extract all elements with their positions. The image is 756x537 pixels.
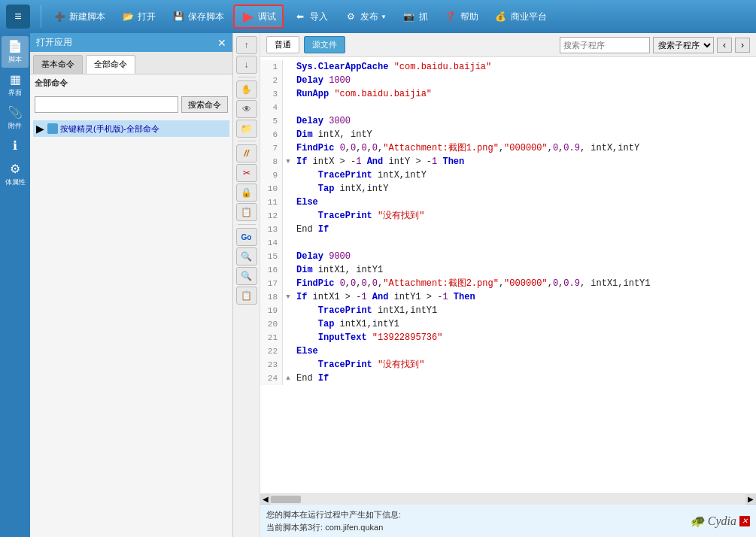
line-marker-21[interactable]	[283, 331, 293, 344]
tab-normal-button[interactable]: 普通	[266, 36, 299, 53]
main-toolbar: ≡ ➕ 新建脚本 📂 打开 💾 保存脚本 ▶ 调试 ⬅ 导入 ⚙ 发布 ▼ 📷 …	[0, 0, 756, 33]
scroll-left-btn[interactable]: ◀	[260, 494, 271, 505]
line-content-8: If intX > -1 And intY > -1 Then	[293, 155, 756, 168]
mid-btn-down[interactable]: ↓	[236, 56, 257, 74]
mid-btn-paste[interactable]: 📋	[236, 203, 257, 221]
line-marker-9[interactable]	[283, 168, 293, 182]
line-content-13: End If	[293, 223, 756, 236]
sidebar-item-properties[interactable]: ⚙ 体属性	[2, 159, 29, 190]
panel-close-button[interactable]: ✕	[217, 37, 226, 49]
sidebar-item-attachment[interactable]: 📎 附件	[2, 102, 29, 134]
line-marker-1[interactable]	[283, 60, 293, 74]
mid-btn-cut[interactable]: ✂	[236, 164, 257, 182]
line-content-6: Dim intX, intY	[293, 128, 756, 141]
sidebar-item-script[interactable]: 📄 脚本	[2, 36, 29, 68]
line-number-7: 7	[260, 141, 283, 155]
open-button[interactable]: 📂 打开	[114, 6, 162, 27]
mid-btn-eye[interactable]: 👁	[236, 100, 257, 118]
line-marker-14[interactable]	[283, 236, 293, 250]
publish-button[interactable]: ⚙ 发布 ▼	[337, 6, 393, 27]
open-icon: 📂	[120, 9, 135, 24]
code-line-10: 10 Tap intX,intY	[260, 182, 756, 196]
cydia-label: Cydia	[708, 514, 736, 528]
help-icon: ❓	[443, 9, 458, 24]
tree-item-main[interactable]: ▶ 按键精灵(手机版)-全部命令	[33, 120, 229, 137]
line-marker-11[interactable]	[283, 196, 293, 209]
help-button[interactable]: ❓ 帮助	[437, 6, 484, 27]
line-marker-6[interactable]	[283, 128, 293, 141]
line-marker-4[interactable]	[283, 101, 293, 114]
code-line-24: 24▲End If	[260, 372, 756, 385]
tab-all-command[interactable]: 全部命令	[86, 55, 135, 74]
mid-btn-search1[interactable]: 🔍	[236, 247, 257, 265]
line-content-5: Delay 3000	[293, 114, 756, 128]
line-marker-13[interactable]	[283, 223, 293, 236]
line-marker-19[interactable]	[283, 304, 293, 317]
code-editor[interactable]: 1Sys.ClearAppCache "com.baidu.baijia"2De…	[260, 57, 756, 493]
mid-btn-comment[interactable]: //	[236, 144, 257, 162]
scroll-thumb[interactable]	[271, 496, 301, 503]
subroutine-search-input[interactable]	[560, 37, 650, 53]
line-number-12: 12	[260, 209, 283, 223]
subroutine-select[interactable]: 搜索子程序	[653, 37, 714, 53]
line-content-10: Tap intX,intY	[293, 182, 756, 196]
h-scrollbar[interactable]: ◀ ▶	[260, 493, 756, 504]
line-content-4	[293, 101, 756, 114]
line-marker-23[interactable]	[283, 358, 293, 372]
sidebar-item-info[interactable]: ℹ	[2, 135, 29, 157]
line-number-5: 5	[260, 114, 283, 128]
search-input[interactable]	[35, 96, 178, 113]
new-icon: ➕	[52, 9, 67, 24]
nav-prev-button[interactable]: ‹	[717, 38, 732, 53]
tab-basic-command[interactable]: 基本命令	[33, 55, 83, 74]
tab-basic-label: 基本命令	[41, 59, 74, 68]
tab-source-button[interactable]: 源文件	[304, 36, 345, 53]
search-button[interactable]: 搜索命令	[181, 96, 228, 113]
mid-btn-copy[interactable]: 📋	[236, 287, 257, 305]
mid-btn-lock[interactable]: 🔒	[236, 184, 257, 202]
line-marker-17[interactable]	[283, 277, 293, 290]
line-number-19: 19	[260, 304, 283, 317]
code-line-2: 2Delay 1000	[260, 74, 756, 87]
line-marker-15[interactable]	[283, 250, 293, 263]
line-number-6: 6	[260, 128, 283, 141]
cydia-close-button[interactable]: ✕	[739, 516, 750, 526]
line-marker-8[interactable]: ▼	[283, 155, 293, 168]
new-label: 新建脚本	[69, 11, 105, 23]
line-number-22: 22	[260, 344, 283, 358]
line-content-7: FindPic 0,0,0,0,"Attachment:截图1.png","00…	[293, 141, 756, 155]
debug-button[interactable]: ▶ 调试	[233, 5, 284, 29]
new-script-button[interactable]: ➕ 新建脚本	[46, 6, 111, 27]
save-button[interactable]: 💾 保存脚本	[165, 6, 230, 27]
mid-btn-search2[interactable]: 🔍	[236, 267, 257, 285]
line-marker-18[interactable]: ▼	[283, 290, 293, 304]
line-marker-22[interactable]	[283, 344, 293, 358]
line-marker-24[interactable]: ▲	[283, 372, 293, 385]
line-marker-10[interactable]	[283, 182, 293, 196]
line-marker-7[interactable]	[283, 141, 293, 155]
mid-btn-hand[interactable]: ✋	[236, 80, 257, 99]
line-content-11: Else	[293, 196, 756, 209]
line-marker-2[interactable]	[283, 74, 293, 87]
platform-button[interactable]: 💰 商业平台	[487, 6, 553, 27]
sidebar-item-interface[interactable]: ▦ 界面	[2, 69, 29, 101]
line-marker-12[interactable]	[283, 209, 293, 223]
scroll-right-btn[interactable]: ▶	[745, 494, 756, 505]
nav-next-button[interactable]: ›	[735, 38, 750, 53]
import-button[interactable]: ⬅ 导入	[287, 6, 334, 27]
mid-btn-go[interactable]: Go	[236, 228, 257, 246]
mid-btn-folder[interactable]: 📁	[236, 120, 257, 138]
line-marker-16[interactable]	[283, 263, 293, 277]
scroll-track[interactable]	[271, 494, 745, 505]
line-number-13: 13	[260, 223, 283, 236]
code-line-19: 19 TracePrint intX1,intY1	[260, 304, 756, 317]
mid-btn-up[interactable]: ↑	[236, 36, 257, 54]
line-marker-5[interactable]	[283, 114, 293, 128]
capture-button[interactable]: 📷 抓	[396, 6, 434, 27]
command-panel: 打开应用 ✕ 基本命令 全部命令 全部命令 搜索命令 ▶ 按键精灵(手机版)-全…	[30, 33, 233, 537]
code-line-11: 11Else	[260, 196, 756, 209]
line-content-22: Else	[293, 344, 756, 358]
line-marker-3[interactable]	[283, 87, 293, 101]
sidebar-interface-label: 界面	[8, 88, 22, 98]
line-marker-20[interactable]	[283, 317, 293, 331]
